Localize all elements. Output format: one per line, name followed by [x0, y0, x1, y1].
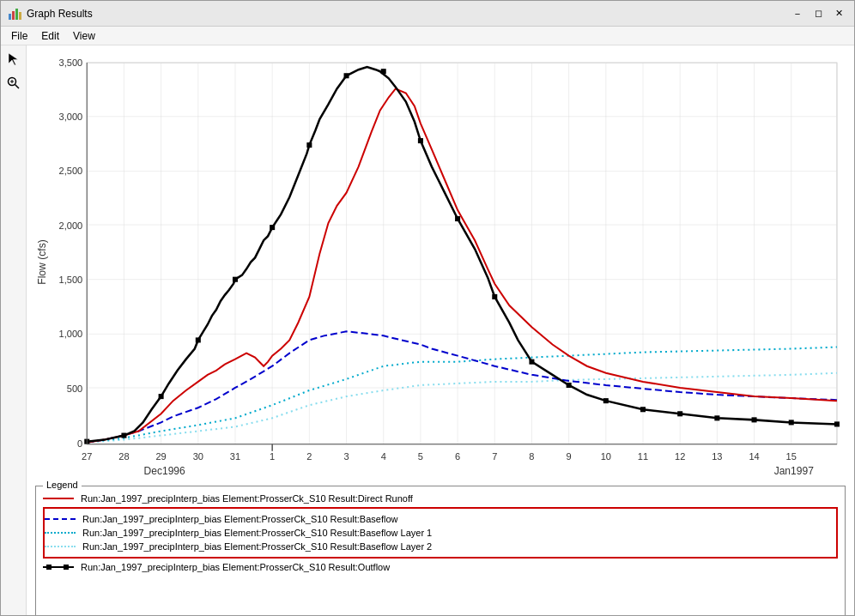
svg-rect-88	[714, 415, 719, 420]
legend-line-outflow	[43, 564, 74, 571]
svg-text:1,000: 1,000	[59, 329, 83, 339]
svg-rect-79	[381, 69, 386, 74]
legend-item-baseflow-layer1[interactable]: Run:Jan_1997_precipInterp_bias Element:P…	[45, 528, 836, 538]
chart-container: 3,500 3,000 2,500 2,000 1,500 1,000 500 …	[27, 45, 854, 479]
main-content: 3,500 3,000 2,500 2,000 1,500 1,000 500 …	[1, 45, 854, 615]
svg-rect-84	[567, 383, 572, 388]
chart-svg: 3,500 3,000 2,500 2,000 1,500 1,000 500 …	[35, 54, 846, 479]
menu-edit[interactable]: Edit	[34, 28, 66, 44]
svg-rect-86	[640, 407, 646, 412]
legend-text-baseflow: Run:Jan_1997_precipInterp_bias Element:P…	[82, 514, 398, 524]
svg-rect-83	[529, 359, 534, 365]
chart-area: 3,500 3,000 2,500 2,000 1,500 1,000 500 …	[27, 45, 854, 615]
legend-line-direct-runoff	[43, 498, 74, 499]
svg-rect-9	[87, 63, 837, 444]
close-button[interactable]: ✕	[830, 5, 847, 22]
svg-text:12: 12	[675, 451, 685, 462]
svg-rect-74	[196, 337, 201, 342]
svg-text:2,500: 2,500	[59, 166, 83, 176]
legend-panel: Legend Run:Jan_1997_precipInterp_bias El…	[35, 486, 846, 615]
svg-rect-1	[12, 11, 15, 20]
svg-text:27: 27	[82, 451, 92, 462]
legend-text-baseflow-layer1: Run:Jan_1997_precipInterp_bias Element:P…	[82, 528, 432, 538]
svg-text:5: 5	[418, 451, 423, 462]
svg-text:10: 10	[601, 451, 611, 462]
svg-rect-81	[455, 216, 460, 221]
svg-line-6	[15, 85, 19, 89]
svg-rect-76	[270, 225, 275, 230]
svg-rect-2	[15, 9, 18, 20]
svg-text:6: 6	[455, 451, 460, 462]
menu-file[interactable]: File	[4, 28, 34, 44]
legend-text-outflow: Run:Jan_1997_precipInterp_bias Element:P…	[81, 562, 390, 572]
svg-rect-87	[677, 411, 682, 416]
legend-text-baseflow-layer2: Run:Jan_1997_precipInterp_bias Element:P…	[82, 541, 432, 552]
menu-view[interactable]: View	[66, 28, 102, 44]
title-bar-controls: − ◻ ✕	[789, 5, 847, 22]
legend-item-baseflow-layer2[interactable]: Run:Jan_1997_precipInterp_bias Element:P…	[45, 541, 836, 552]
svg-text:1: 1	[270, 451, 275, 462]
svg-rect-82	[492, 294, 497, 299]
menu-bar: File Edit View	[1, 27, 854, 45]
svg-marker-4	[9, 53, 18, 65]
svg-text:30: 30	[193, 451, 203, 462]
svg-rect-77	[306, 142, 312, 148]
svg-rect-72	[121, 433, 126, 438]
legend-item-outflow[interactable]: Run:Jan_1997_precipInterp_bias Element:P…	[43, 562, 838, 572]
svg-text:11: 11	[638, 451, 648, 462]
svg-text:31: 31	[230, 451, 240, 462]
svg-rect-91	[834, 421, 840, 426]
svg-rect-73	[159, 394, 164, 399]
svg-text:3: 3	[343, 451, 349, 462]
svg-text:Flow (cfs): Flow (cfs)	[36, 239, 48, 285]
svg-text:8: 8	[529, 451, 534, 462]
svg-text:Dec1996: Dec1996	[144, 465, 185, 477]
svg-rect-89	[752, 417, 757, 422]
svg-rect-0	[9, 14, 11, 20]
title-bar-text: Graph Results	[27, 8, 789, 20]
svg-rect-75	[233, 277, 238, 282]
svg-rect-78	[344, 73, 349, 78]
svg-text:29: 29	[155, 451, 166, 462]
svg-rect-90	[789, 420, 794, 425]
main-window: Graph Results − ◻ ✕ File Edit View	[0, 0, 855, 616]
svg-text:500: 500	[67, 383, 82, 394]
svg-text:3,000: 3,000	[59, 112, 83, 122]
svg-rect-80	[418, 138, 423, 143]
svg-text:7: 7	[492, 451, 497, 462]
svg-text:0: 0	[77, 438, 82, 449]
minimize-button[interactable]: −	[789, 5, 806, 22]
legend-title: Legend	[43, 480, 82, 490]
svg-text:28: 28	[118, 451, 129, 462]
legend-item-direct-runoff[interactable]: Run:Jan_1997_precipInterp_bias Element:P…	[43, 493, 838, 504]
svg-text:Jan1997: Jan1997	[774, 465, 814, 477]
svg-text:3,500: 3,500	[59, 57, 83, 68]
title-bar: Graph Results − ◻ ✕	[1, 1, 854, 27]
svg-text:15: 15	[786, 451, 797, 462]
legend-text-direct-runoff: Run:Jan_1997_precipInterp_bias Element:P…	[81, 493, 413, 504]
svg-text:2,000: 2,000	[59, 220, 83, 231]
svg-rect-3	[19, 12, 21, 20]
legend-line-baseflow-layer1	[45, 532, 76, 534]
svg-text:2: 2	[306, 451, 312, 462]
maximize-button[interactable]: ◻	[810, 5, 827, 22]
svg-text:4: 4	[381, 451, 386, 462]
legend-line-baseflow-layer2	[45, 546, 76, 547]
legend-line-baseflow	[45, 518, 76, 520]
svg-rect-85	[603, 398, 609, 403]
svg-text:13: 13	[712, 451, 722, 462]
app-icon	[8, 7, 21, 21]
toolbar	[1, 45, 27, 615]
zoom-tool-button[interactable]	[3, 73, 24, 94]
legend-selected-box: Run:Jan_1997_precipInterp_bias Element:P…	[43, 507, 838, 559]
cursor-tool-button[interactable]	[3, 49, 24, 69]
legend-item-baseflow[interactable]: Run:Jan_1997_precipInterp_bias Element:P…	[45, 514, 836, 524]
svg-text:9: 9	[567, 451, 572, 462]
svg-text:14: 14	[749, 451, 759, 462]
svg-text:1,500: 1,500	[59, 275, 83, 285]
